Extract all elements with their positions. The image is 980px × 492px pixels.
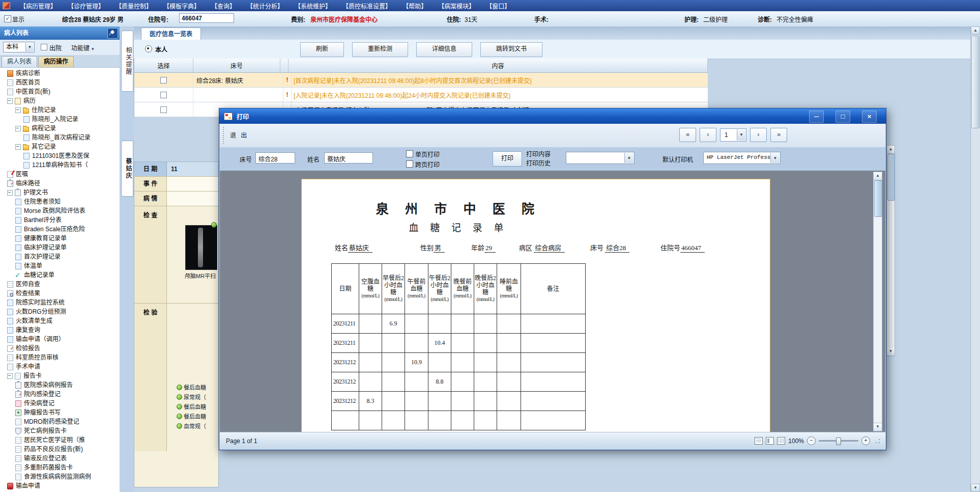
- pin-icon[interactable]: [107, 28, 118, 39]
- view-mode-icon-3[interactable]: [777, 437, 785, 445]
- menu-item[interactable]: 【病历管理】: [14, 2, 62, 10]
- alert-row[interactable]: 综合28床: 蔡姑庆![首次病程记录]未在入院(20231211 09:46:0…: [134, 73, 708, 88]
- app-scrollbar[interactable]: ▲▼: [970, 26, 980, 492]
- lab-item[interactable]: 餐后血糖: [177, 383, 219, 393]
- self-radio[interactable]: [145, 45, 152, 52]
- tree-item[interactable]: 火数DRG分组预测: [0, 307, 120, 316]
- tree-item[interactable]: 陈晓彤_首次病程记录: [0, 133, 120, 142]
- menu-item[interactable]: 【诊疗管理】: [62, 2, 110, 10]
- tree-item[interactable]: 西医首页: [0, 78, 120, 87]
- zoom-in-button[interactable]: +: [861, 436, 870, 445]
- menu-item[interactable]: 【窗口】: [480, 2, 516, 10]
- tree-item[interactable]: 检查结果: [0, 289, 120, 298]
- print-history-select[interactable]: ▼: [566, 152, 635, 164]
- tree-item[interactable]: Morse 跌倒风险评估表: [0, 206, 120, 215]
- tree-item[interactable]: 12110301医患及医保: [0, 151, 120, 160]
- tree-expand-icon[interactable]: [7, 98, 13, 104]
- menu-item[interactable]: 【统计分析】: [241, 2, 289, 10]
- menu-item[interactable]: 【系统维护】: [289, 2, 337, 10]
- minimize-button[interactable]: ─: [809, 111, 824, 123]
- tree-item[interactable]: 输血申请（调用）: [0, 335, 120, 344]
- default-printer-select[interactable]: HP LaserJet Professi▼: [703, 152, 781, 164]
- tree-item[interactable]: 病历: [0, 96, 120, 105]
- tree-expand-icon[interactable]: [15, 126, 21, 131]
- alert-checkbox[interactable]: [160, 106, 167, 113]
- tree-item[interactable]: 疾病诊断: [0, 69, 120, 78]
- page-number-combo[interactable]: 1▼: [720, 128, 746, 142]
- view-mode-icon-1[interactable]: [755, 437, 763, 445]
- refresh-button[interactable]: 刷新: [300, 42, 344, 57]
- tree-item[interactable]: 临床路径: [0, 179, 120, 188]
- tree-item[interactable]: 病程记录: [0, 124, 120, 133]
- menu-item[interactable]: 【质控标准设置】: [337, 2, 397, 10]
- close-button[interactable]: ×: [862, 111, 877, 123]
- tree-item[interactable]: 中医首页(新): [0, 87, 120, 96]
- last-page-button[interactable]: »: [770, 128, 787, 142]
- resize-grip[interactable]: [875, 439, 880, 444]
- tree-item[interactable]: 报告卡: [0, 371, 120, 380]
- related-reminder-tab[interactable]: 相关提醒: [121, 31, 133, 92]
- cross-page-checkbox[interactable]: [406, 160, 413, 168]
- exit-button[interactable]: 退 出: [230, 130, 248, 139]
- tree-item[interactable]: 药品不良反应报告(新): [0, 445, 120, 454]
- show-checkbox[interactable]: ✓: [4, 15, 11, 22]
- tree-item[interactable]: Braden Scale压疮危险: [0, 225, 120, 234]
- tree-item[interactable]: 体温单: [0, 261, 120, 270]
- menu-item[interactable]: 【病案模块】: [433, 2, 480, 10]
- tree-item[interactable]: 血糖记录单: [0, 270, 120, 280]
- next-page-button[interactable]: ›: [750, 128, 767, 142]
- tree-expand-icon[interactable]: [7, 190, 13, 196]
- tree-item[interactable]: 陈晓彤_入院记录: [0, 115, 120, 124]
- alert-row[interactable]: ![入院记录]未在入院(20231211 09:46:00)起24小时内提交入院…: [134, 88, 708, 102]
- tree-item[interactable]: 多重耐药菌报告卡: [0, 463, 120, 472]
- tree-item[interactable]: 食源性疾病病例监测病例: [0, 472, 120, 481]
- prev-page-button[interactable]: ‹: [700, 128, 716, 142]
- first-page-button[interactable]: «: [679, 128, 696, 142]
- tree-item[interactable]: 医院感染病例报告: [0, 380, 120, 390]
- tree-item[interactable]: 火数清单生成: [0, 316, 120, 325]
- patient-name-tab[interactable]: 蔡姑庆: [121, 141, 133, 197]
- preview-scrollbar[interactable]: ▲▼: [873, 172, 882, 431]
- menu-item[interactable]: 【模板字典】: [158, 2, 206, 10]
- tree-expand-icon[interactable]: [15, 144, 21, 150]
- tree-item[interactable]: 住院患者须知: [0, 197, 120, 206]
- department-select[interactable]: 本科▼: [3, 42, 35, 52]
- tree-item[interactable]: 首次护理记录: [0, 252, 120, 261]
- alert-checkbox[interactable]: [160, 92, 167, 98]
- lab-item[interactable]: 血常规（: [177, 422, 219, 431]
- tree-item[interactable]: 科室质控员审核: [0, 353, 120, 362]
- tree-item[interactable]: 护理文书: [0, 188, 120, 197]
- function-key-menu[interactable]: 功能键: [71, 43, 94, 52]
- view-mode-icon-2[interactable]: [766, 437, 774, 445]
- tree-expand-icon[interactable]: [7, 373, 13, 379]
- menu-item[interactable]: 【帮助】: [397, 2, 433, 10]
- discharge-checkbox[interactable]: [41, 44, 47, 50]
- tab-patient-list[interactable]: 病人列表: [2, 56, 37, 67]
- tree-expand-icon[interactable]: [15, 107, 21, 113]
- single-page-checkbox[interactable]: [406, 150, 413, 157]
- print-dialog-titlebar[interactable]: 打印 ─ □ ×: [219, 108, 886, 124]
- tree-item[interactable]: Barthel评分表: [0, 215, 120, 225]
- tree-item[interactable]: 输液反应登记表: [0, 454, 120, 463]
- tree-item[interactable]: 院感实时监控系统: [0, 298, 120, 307]
- lab-item[interactable]: 餐后血糖: [177, 412, 219, 422]
- xray-thumbnail[interactable]: [185, 225, 217, 270]
- lab-item[interactable]: 尿常规（: [177, 393, 219, 402]
- maximize-button[interactable]: □: [835, 111, 850, 123]
- tree-item[interactable]: 输血申请: [0, 481, 120, 490]
- zoom-out-button[interactable]: −: [807, 436, 816, 445]
- tree-item[interactable]: 康复查询: [0, 325, 120, 335]
- toolbar-drag-handle[interactable]: [223, 127, 226, 144]
- tree-item[interactable]: 肿瘤报告书写: [0, 408, 120, 417]
- detail-info-button[interactable]: 详细信息: [416, 42, 472, 57]
- tree-item[interactable]: 死亡病例报告卡: [0, 426, 120, 435]
- menu-item[interactable]: 【查询】: [206, 2, 241, 10]
- tree-item[interactable]: 传染病登记: [0, 399, 120, 408]
- tree-item[interactable]: 住院记录: [0, 105, 120, 115]
- lab-item[interactable]: 餐后血糖: [177, 402, 219, 412]
- tree-item[interactable]: 1211单病种告知书（: [0, 160, 120, 170]
- tree-item[interactable]: 健康教育记录单: [0, 234, 120, 243]
- tree-item[interactable]: 手术申请: [0, 362, 120, 371]
- tree-item[interactable]: 医嘱: [0, 170, 120, 179]
- tab-medical-info-overview[interactable]: 医疗信息一览表: [141, 28, 201, 40]
